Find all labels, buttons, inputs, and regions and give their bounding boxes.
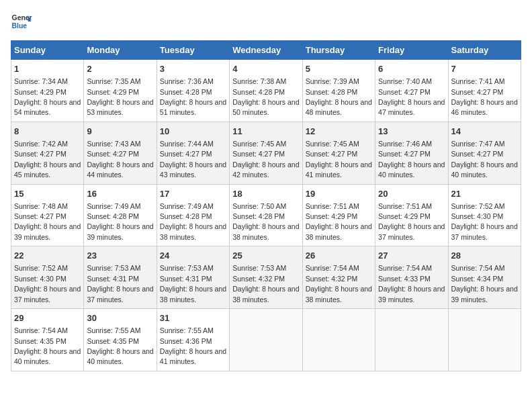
day-number: 26 (306, 250, 372, 262)
day-number: 12 (306, 126, 372, 138)
page-header: General Blue (11, 11, 521, 32)
day-number: 8 (14, 126, 81, 138)
day-number: 13 (378, 126, 445, 138)
calendar-cell: 12 Sunrise: 7:45 AMSunset: 4:27 PMDaylig… (302, 122, 375, 184)
calendar-week-row: 29 Sunrise: 7:54 AMSunset: 4:35 PMDaylig… (11, 309, 521, 371)
calendar-cell: 13 Sunrise: 7:46 AMSunset: 4:27 PMDaylig… (375, 122, 448, 184)
day-number: 16 (87, 188, 153, 200)
day-info: Sunrise: 7:39 AMSunset: 4:28 PMDaylight:… (306, 77, 372, 116)
calendar-cell: 11 Sunrise: 7:45 AMSunset: 4:27 PMDaylig… (230, 122, 302, 184)
day-info: Sunrise: 7:49 AMSunset: 4:28 PMDaylight:… (160, 202, 226, 241)
column-header-friday: Friday (375, 41, 448, 60)
day-info: Sunrise: 7:52 AMSunset: 4:30 PMDaylight:… (14, 264, 81, 303)
day-info: Sunrise: 7:38 AMSunset: 4:28 PMDaylight:… (232, 77, 299, 116)
day-info: Sunrise: 7:45 AMSunset: 4:27 PMDaylight:… (306, 140, 372, 179)
logo-icon: General Blue (11, 11, 32, 32)
column-header-thursday: Thursday (302, 41, 375, 60)
calendar-cell: 19 Sunrise: 7:51 AMSunset: 4:29 PMDaylig… (302, 184, 375, 246)
calendar-cell: 17 Sunrise: 7:49 AMSunset: 4:28 PMDaylig… (157, 184, 229, 246)
day-info: Sunrise: 7:50 AMSunset: 4:28 PMDaylight:… (232, 202, 299, 241)
day-info: Sunrise: 7:54 AMSunset: 4:33 PMDaylight:… (378, 264, 445, 303)
calendar-cell: 1 Sunrise: 7:34 AMSunset: 4:29 PMDayligh… (11, 60, 84, 122)
calendar-cell: 6 Sunrise: 7:40 AMSunset: 4:27 PMDayligh… (375, 60, 448, 122)
calendar-cell: 30 Sunrise: 7:55 AMSunset: 4:35 PMDaylig… (84, 309, 157, 371)
day-number: 17 (160, 188, 226, 200)
day-number: 31 (160, 312, 226, 324)
calendar-cell: 26 Sunrise: 7:54 AMSunset: 4:32 PMDaylig… (302, 246, 375, 309)
column-header-sunday: Sunday (11, 41, 84, 60)
calendar-cell: 14 Sunrise: 7:47 AMSunset: 4:27 PMDaylig… (448, 122, 521, 184)
day-number: 22 (14, 250, 81, 262)
day-info: Sunrise: 7:44 AMSunset: 4:27 PMDaylight:… (160, 140, 226, 179)
calendar-cell: 3 Sunrise: 7:36 AMSunset: 4:28 PMDayligh… (157, 60, 229, 122)
day-number: 15 (14, 188, 81, 200)
day-info: Sunrise: 7:40 AMSunset: 4:27 PMDaylight:… (378, 77, 445, 116)
calendar-cell: 22 Sunrise: 7:52 AMSunset: 4:30 PMDaylig… (11, 246, 84, 309)
logo: General Blue (11, 11, 32, 32)
day-info: Sunrise: 7:54 AMSunset: 4:32 PMDaylight:… (306, 264, 372, 303)
day-number: 21 (451, 188, 518, 200)
column-header-saturday: Saturday (448, 41, 521, 60)
column-header-tuesday: Tuesday (157, 41, 229, 60)
calendar-cell: 29 Sunrise: 7:54 AMSunset: 4:35 PMDaylig… (11, 309, 84, 371)
day-info: Sunrise: 7:55 AMSunset: 4:35 PMDaylight:… (87, 326, 153, 365)
day-number: 7 (451, 63, 518, 75)
day-info: Sunrise: 7:36 AMSunset: 4:28 PMDaylight:… (160, 77, 226, 116)
day-number: 6 (378, 63, 445, 75)
day-number: 29 (14, 312, 81, 324)
calendar-cell: 8 Sunrise: 7:42 AMSunset: 4:27 PMDayligh… (11, 122, 84, 184)
calendar-cell: 21 Sunrise: 7:52 AMSunset: 4:30 PMDaylig… (448, 184, 521, 246)
calendar-cell: 9 Sunrise: 7:43 AMSunset: 4:27 PMDayligh… (84, 122, 157, 184)
calendar-header-row: SundayMondayTuesdayWednesdayThursdayFrid… (11, 41, 521, 60)
calendar-cell: 31 Sunrise: 7:55 AMSunset: 4:36 PMDaylig… (157, 309, 229, 371)
calendar-week-row: 22 Sunrise: 7:52 AMSunset: 4:30 PMDaylig… (11, 246, 521, 309)
day-info: Sunrise: 7:52 AMSunset: 4:30 PMDaylight:… (451, 202, 518, 241)
day-number: 4 (232, 63, 299, 75)
day-number: 3 (160, 63, 226, 75)
column-header-wednesday: Wednesday (230, 41, 302, 60)
calendar-cell (448, 309, 521, 371)
day-number: 25 (232, 250, 299, 262)
calendar-cell: 20 Sunrise: 7:51 AMSunset: 4:29 PMDaylig… (375, 184, 448, 246)
day-info: Sunrise: 7:43 AMSunset: 4:27 PMDaylight:… (87, 140, 153, 179)
day-number: 11 (232, 126, 299, 138)
day-number: 28 (451, 250, 518, 262)
day-info: Sunrise: 7:48 AMSunset: 4:27 PMDaylight:… (14, 202, 81, 241)
calendar-cell (230, 309, 302, 371)
calendar-cell: 5 Sunrise: 7:39 AMSunset: 4:28 PMDayligh… (302, 60, 375, 122)
day-number: 30 (87, 312, 153, 324)
calendar-cell: 24 Sunrise: 7:53 AMSunset: 4:31 PMDaylig… (157, 246, 229, 309)
column-header-monday: Monday (84, 41, 157, 60)
day-number: 23 (87, 250, 153, 262)
calendar-cell: 23 Sunrise: 7:53 AMSunset: 4:31 PMDaylig… (84, 246, 157, 309)
day-number: 19 (306, 188, 372, 200)
calendar-cell: 27 Sunrise: 7:54 AMSunset: 4:33 PMDaylig… (375, 246, 448, 309)
calendar-week-row: 8 Sunrise: 7:42 AMSunset: 4:27 PMDayligh… (11, 122, 521, 184)
calendar-cell (302, 309, 375, 371)
day-number: 18 (232, 188, 299, 200)
day-info: Sunrise: 7:51 AMSunset: 4:29 PMDaylight:… (306, 202, 372, 241)
day-number: 1 (14, 63, 81, 75)
day-info: Sunrise: 7:35 AMSunset: 4:29 PMDaylight:… (87, 77, 153, 116)
calendar-cell: 18 Sunrise: 7:50 AMSunset: 4:28 PMDaylig… (230, 184, 302, 246)
day-number: 20 (378, 188, 445, 200)
svg-text:Blue: Blue (12, 22, 28, 30)
day-number: 5 (306, 63, 372, 75)
day-number: 14 (451, 126, 518, 138)
day-info: Sunrise: 7:34 AMSunset: 4:29 PMDaylight:… (14, 77, 81, 116)
day-info: Sunrise: 7:51 AMSunset: 4:29 PMDaylight:… (378, 202, 445, 241)
day-info: Sunrise: 7:53 AMSunset: 4:31 PMDaylight:… (160, 264, 226, 303)
calendar-cell: 15 Sunrise: 7:48 AMSunset: 4:27 PMDaylig… (11, 184, 84, 246)
day-info: Sunrise: 7:47 AMSunset: 4:27 PMDaylight:… (451, 140, 518, 179)
day-info: Sunrise: 7:55 AMSunset: 4:36 PMDaylight:… (160, 326, 226, 365)
calendar-week-row: 15 Sunrise: 7:48 AMSunset: 4:27 PMDaylig… (11, 184, 521, 246)
calendar-table: SundayMondayTuesdayWednesdayThursdayFrid… (11, 40, 521, 371)
day-info: Sunrise: 7:53 AMSunset: 4:32 PMDaylight:… (232, 264, 299, 303)
day-info: Sunrise: 7:45 AMSunset: 4:27 PMDaylight:… (232, 140, 299, 179)
calendar-cell: 16 Sunrise: 7:49 AMSunset: 4:28 PMDaylig… (84, 184, 157, 246)
calendar-cell (375, 309, 448, 371)
calendar-week-row: 1 Sunrise: 7:34 AMSunset: 4:29 PMDayligh… (11, 60, 521, 122)
day-info: Sunrise: 7:41 AMSunset: 4:27 PMDaylight:… (451, 77, 518, 116)
day-info: Sunrise: 7:42 AMSunset: 4:27 PMDaylight:… (14, 140, 81, 179)
calendar-cell: 28 Sunrise: 7:54 AMSunset: 4:34 PMDaylig… (448, 246, 521, 309)
